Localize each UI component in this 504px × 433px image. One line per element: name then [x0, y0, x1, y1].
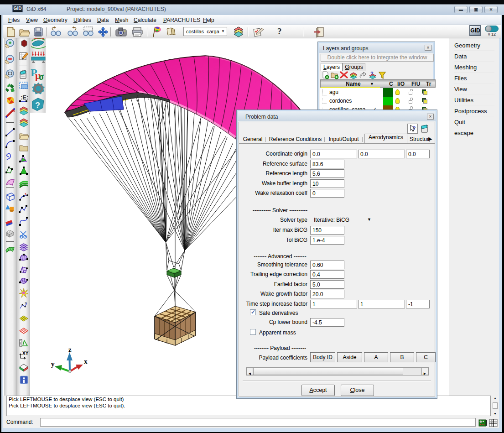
- svg-text:y: y: [51, 360, 55, 368]
- svg-text::E:: :E:: [21, 94, 28, 101]
- svg-text:σ: σ: [39, 72, 44, 82]
- svg-text:?: ?: [370, 71, 374, 76]
- svg-text:?: ?: [35, 101, 40, 110]
- svg-text:XY: XY: [22, 351, 29, 356]
- svg-text:x: x: [84, 358, 88, 365]
- svg-text:z: z: [68, 346, 72, 353]
- svg-text:2: 2: [25, 301, 27, 305]
- svg-text:?: ?: [413, 125, 416, 131]
